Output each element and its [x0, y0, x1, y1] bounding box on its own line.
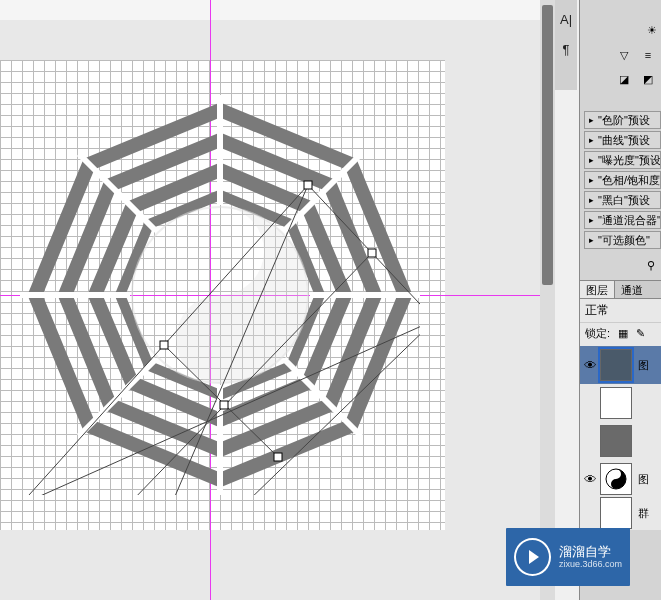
lock-row: 锁定: ▦ ✎ — [580, 322, 661, 344]
triangle-icon[interactable]: ▽ — [615, 47, 633, 63]
layer-thumbnail[interactable] — [600, 349, 632, 381]
tab-channels[interactable]: 通道 — [615, 281, 649, 298]
blend-mode-select[interactable]: 正常 — [580, 299, 661, 322]
preset-label: "曲线"预设 — [598, 133, 650, 148]
layer-label: 图 — [638, 358, 649, 373]
vertical-scrollbar[interactable] — [540, 0, 555, 600]
search-icon[interactable]: ⚲ — [647, 259, 655, 272]
right-panel: ☀ ▽ ≡ ◪ ◩ ▸"色阶"预设 ▸"曲线"预设 ▸"曝光度"预设 ▸"色相/… — [579, 0, 661, 600]
preset-curves[interactable]: ▸"曲线"预设 — [584, 131, 661, 149]
svg-point-30 — [615, 473, 618, 476]
watermark-logo: 溜溜自学 zixue.3d66.com — [506, 528, 630, 586]
character-panel-icon[interactable]: A| — [557, 10, 575, 28]
preset-selective-color[interactable]: ▸"可选颜色" — [584, 231, 661, 249]
swatch-icon-1[interactable]: ◪ — [615, 71, 633, 87]
layer-label: 图 — [638, 472, 649, 487]
chevron-right-icon: ▸ — [589, 215, 594, 225]
layer-group-row[interactable]: 群 — [580, 498, 661, 528]
layer-thumbnail[interactable] — [600, 387, 632, 419]
chevron-right-icon: ▸ — [589, 135, 594, 145]
watermark-subtitle: zixue.3d66.com — [559, 559, 622, 570]
swatch-icon-2[interactable]: ◩ — [639, 71, 657, 87]
lock-label: 锁定: — [585, 326, 610, 341]
visibility-toggle[interactable]: 👁 — [582, 358, 598, 373]
preset-levels[interactable]: ▸"色阶"预设 — [584, 111, 661, 129]
chevron-right-icon: ▸ — [589, 175, 594, 185]
layer-row-4[interactable]: 👁 图 — [580, 460, 661, 498]
scrollbar-thumb[interactable] — [542, 5, 553, 285]
character-paragraph-toggle: A| ¶ — [555, 0, 577, 90]
visibility-toggle[interactable]: 👁 — [582, 472, 598, 487]
preset-label: "色阶"预设 — [598, 113, 650, 128]
layer-row-2[interactable] — [580, 384, 661, 422]
play-circle-icon — [514, 538, 551, 576]
chevron-right-icon: ▸ — [589, 115, 594, 125]
bars-icon[interactable]: ≡ — [639, 47, 657, 63]
preset-hue-sat[interactable]: ▸"色相/饱和度"预设 — [584, 171, 661, 189]
preset-bw[interactable]: ▸"黑白"预设 — [584, 191, 661, 209]
preset-label: "色相/饱和度"预设 — [598, 173, 661, 188]
preset-exposure[interactable]: ▸"曝光度"预设 — [584, 151, 661, 169]
preset-label: "黑白"预设 — [598, 193, 650, 208]
watermark-title: 溜溜自学 — [559, 544, 622, 560]
tab-layers[interactable]: 图层 — [580, 281, 615, 298]
lock-brush-icon[interactable]: ✎ — [636, 327, 645, 340]
brightness-contrast-icon[interactable]: ☀ — [647, 24, 657, 37]
adjustment-preset-list: ▸"色阶"预设 ▸"曲线"预设 ▸"曝光度"预设 ▸"色相/饱和度"预设 ▸"黑… — [580, 111, 661, 249]
preset-channel-mixer[interactable]: ▸"通道混合器" — [584, 211, 661, 229]
horizontal-guide[interactable] — [0, 295, 540, 296]
svg-point-31 — [615, 483, 618, 486]
layer-row-3[interactable] — [580, 422, 661, 460]
preset-label: "通道混合器" — [598, 213, 661, 228]
chevron-right-icon: ▸ — [589, 195, 594, 205]
layer-list: 👁 图 👁 图 群 — [580, 344, 661, 530]
layer-row-1[interactable]: 👁 图 — [580, 346, 661, 384]
yinyang-icon — [604, 467, 628, 491]
chevron-right-icon: ▸ — [589, 155, 594, 165]
vertical-guide[interactable] — [210, 0, 211, 600]
paragraph-panel-icon[interactable]: ¶ — [557, 40, 575, 58]
group-label: 群 — [638, 506, 649, 521]
layer-thumbnail[interactable] — [600, 463, 632, 495]
preset-label: "曝光度"预设 — [598, 153, 661, 168]
canvas-area[interactable] — [0, 0, 540, 600]
group-thumbnail[interactable] — [600, 497, 632, 529]
lock-pixels-icon[interactable]: ▦ — [618, 327, 628, 340]
chevron-right-icon: ▸ — [589, 235, 594, 245]
layer-thumbnail[interactable] — [600, 425, 632, 457]
preset-label: "可选颜色" — [598, 233, 650, 248]
panel-tabs: 图层 通道 — [580, 280, 661, 299]
